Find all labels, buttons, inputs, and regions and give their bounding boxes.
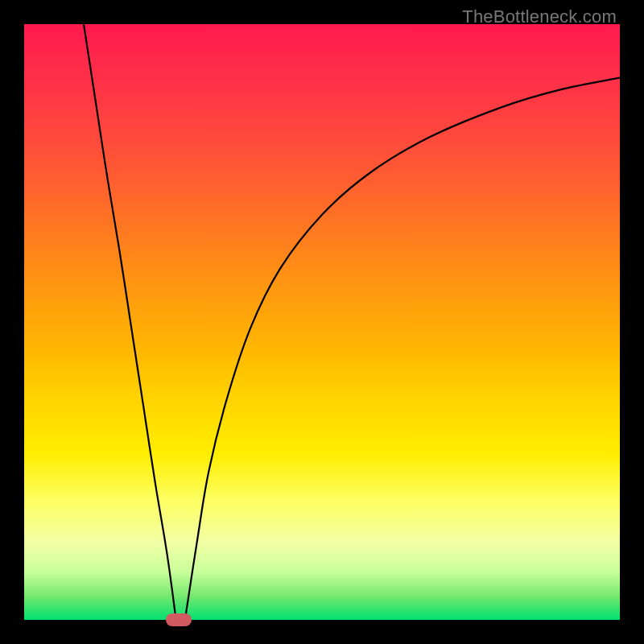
plot-area <box>24 24 620 620</box>
curve-right-branch <box>185 78 620 620</box>
chart-frame: TheBottleneck.com <box>0 0 644 644</box>
watermark-text: TheBottleneck.com <box>462 6 617 27</box>
curve-left-branch <box>84 24 176 620</box>
optimal-marker <box>166 613 192 626</box>
bottleneck-curve <box>24 24 620 620</box>
